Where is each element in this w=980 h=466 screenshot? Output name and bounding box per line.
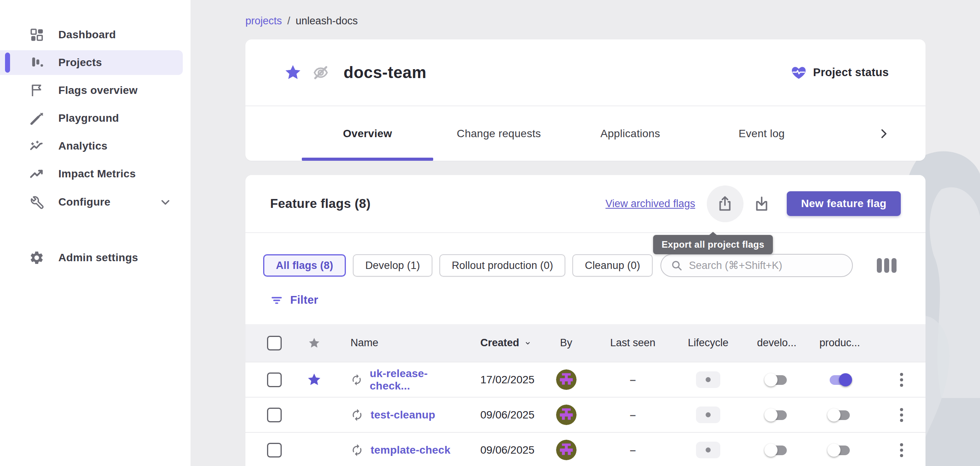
sidebar-item-label: Admin settings bbox=[58, 252, 138, 264]
column-header-develop[interactable]: develo... bbox=[752, 337, 802, 349]
sidebar: Dashboard Projects Flags overview Playgr… bbox=[0, 0, 191, 466]
sync-icon bbox=[350, 373, 363, 386]
search-input[interactable] bbox=[689, 260, 843, 272]
sidebar-item-dashboard[interactable]: Dashboard bbox=[0, 22, 183, 47]
breadcrumb: projects / unleash-docs bbox=[245, 13, 926, 29]
flag-name-link[interactable]: uk-release-check... bbox=[370, 367, 462, 392]
project-status-label: Project status bbox=[813, 66, 889, 79]
favorite-column-star-icon[interactable] bbox=[303, 337, 325, 349]
tab-applications[interactable]: Applications bbox=[565, 106, 696, 161]
export-flags-button[interactable] bbox=[707, 185, 744, 222]
new-feature-flag-button[interactable]: New feature flag bbox=[787, 191, 901, 216]
sidebar-item-playground[interactable]: Playground bbox=[0, 106, 183, 131]
filter-button[interactable]: Filter bbox=[245, 293, 346, 306]
column-header-created[interactable]: Created bbox=[462, 337, 531, 349]
table-row: template-check 09/06/2025 – bbox=[245, 432, 926, 466]
wand-icon bbox=[29, 111, 44, 126]
dashboard-icon bbox=[29, 27, 44, 43]
sidebar-item-admin-settings[interactable]: Admin settings bbox=[0, 245, 183, 270]
lifecycle-badge[interactable] bbox=[696, 406, 720, 423]
breadcrumb-separator: / bbox=[288, 15, 291, 27]
tab-overview[interactable]: Overview bbox=[302, 106, 433, 161]
table-row: test-cleanup 09/06/2025 – bbox=[245, 397, 926, 432]
row-checkbox[interactable] bbox=[267, 443, 282, 457]
feature-flags-card: Feature flags (8) View archived flags Ne… bbox=[245, 175, 926, 466]
develop-toggle[interactable] bbox=[764, 372, 789, 388]
row-checkbox[interactable] bbox=[267, 408, 282, 422]
lifecycle-dot-icon bbox=[706, 447, 711, 452]
chip-cleanup[interactable]: Cleanup (0) bbox=[572, 254, 652, 277]
avatar bbox=[556, 369, 577, 390]
chevron-down-icon bbox=[159, 196, 172, 209]
row-checkbox[interactable] bbox=[267, 372, 282, 387]
production-toggle[interactable] bbox=[827, 442, 852, 458]
export-tooltip: Export all project flags bbox=[653, 235, 773, 254]
feature-flags-heading: Feature flags (8) bbox=[270, 196, 371, 211]
feature-flags-table: Name Created By Last seen Lifecycle deve… bbox=[245, 324, 926, 466]
created-date: 09/06/2025 bbox=[462, 409, 531, 421]
column-header-name[interactable]: Name bbox=[325, 337, 462, 349]
chip-rollout-production[interactable]: Rollout production (0) bbox=[439, 254, 566, 277]
sync-icon bbox=[350, 408, 364, 422]
sidebar-item-label: Impact Metrics bbox=[58, 168, 136, 180]
last-seen-value: – bbox=[601, 444, 665, 456]
flag-name-link[interactable]: test-cleanup bbox=[371, 409, 435, 421]
last-seen-value: – bbox=[601, 374, 665, 386]
row-menu-kebab-icon[interactable] bbox=[897, 370, 906, 390]
search-icon bbox=[670, 259, 683, 272]
column-header-lifecycle[interactable]: Lifecycle bbox=[665, 337, 752, 349]
eye-off-icon bbox=[312, 64, 330, 82]
lifecycle-badge[interactable] bbox=[696, 371, 720, 388]
feature-flags-header: Feature flags (8) View archived flags Ne… bbox=[245, 175, 926, 233]
projects-icon bbox=[29, 55, 44, 70]
sidebar-item-flags-overview[interactable]: Flags overview bbox=[0, 78, 183, 103]
view-archived-flags-link[interactable]: View archived flags bbox=[606, 198, 695, 210]
column-header-last-seen[interactable]: Last seen bbox=[601, 337, 665, 349]
sidebar-item-impact-metrics[interactable]: Impact Metrics bbox=[0, 162, 183, 186]
project-status-button[interactable]: Project status bbox=[791, 65, 889, 81]
row-favorite-star-icon[interactable] bbox=[303, 372, 325, 387]
filter-icon bbox=[270, 293, 283, 306]
sidebar-item-label: Flags overview bbox=[58, 84, 138, 97]
production-toggle[interactable] bbox=[827, 372, 852, 388]
columns-icon[interactable] bbox=[877, 258, 897, 273]
filter-label: Filter bbox=[290, 294, 318, 306]
avatar bbox=[556, 440, 577, 460]
main-content: projects / unleash-docs docs-team bbox=[191, 0, 980, 466]
gear-icon bbox=[29, 250, 44, 265]
import-flags-button[interactable] bbox=[748, 190, 775, 217]
created-date: 17/02/2025 bbox=[462, 374, 531, 386]
lifecycle-dot-icon bbox=[706, 377, 711, 382]
favorite-star-icon[interactable] bbox=[284, 64, 302, 82]
sidebar-item-projects[interactable]: Projects bbox=[0, 50, 183, 75]
sidebar-item-label: Dashboard bbox=[58, 29, 116, 41]
sidebar-item-label: Playground bbox=[58, 112, 119, 124]
tab-event-log[interactable]: Event log bbox=[696, 106, 827, 161]
tab-change-requests[interactable]: Change requests bbox=[433, 106, 565, 161]
heart-pulse-icon bbox=[791, 65, 807, 81]
chip-develop[interactable]: Develop (1) bbox=[353, 254, 432, 277]
row-menu-kebab-icon[interactable] bbox=[897, 405, 906, 425]
trending-up-icon bbox=[29, 166, 44, 182]
develop-toggle[interactable] bbox=[764, 442, 789, 458]
row-menu-kebab-icon[interactable] bbox=[897, 440, 906, 460]
sidebar-item-configure[interactable]: Configure bbox=[0, 190, 183, 214]
sync-icon bbox=[350, 444, 364, 457]
production-toggle[interactable] bbox=[827, 407, 852, 423]
develop-toggle[interactable] bbox=[764, 407, 789, 423]
breadcrumb-projects-link[interactable]: projects bbox=[245, 15, 282, 27]
export-icon bbox=[716, 195, 734, 213]
wrench-icon bbox=[29, 194, 44, 210]
select-all-checkbox[interactable] bbox=[267, 336, 282, 350]
column-header-production[interactable]: produc... bbox=[802, 337, 878, 349]
sidebar-item-analytics[interactable]: Analytics bbox=[0, 134, 183, 158]
breadcrumb-current: unleash-docs bbox=[296, 15, 358, 27]
chip-all-flags[interactable]: All flags (8) bbox=[263, 254, 346, 277]
lifecycle-badge[interactable] bbox=[696, 442, 720, 458]
feature-flags-actions: View archived flags New feature flag bbox=[606, 185, 901, 222]
tabs-overflow-chevron-right-icon[interactable] bbox=[877, 106, 891, 161]
flag-name-link[interactable]: template-check bbox=[371, 444, 451, 456]
project-card: docs-team Project status Overview Change… bbox=[245, 39, 926, 161]
flag-search bbox=[660, 254, 853, 277]
column-header-by[interactable]: By bbox=[531, 337, 601, 349]
